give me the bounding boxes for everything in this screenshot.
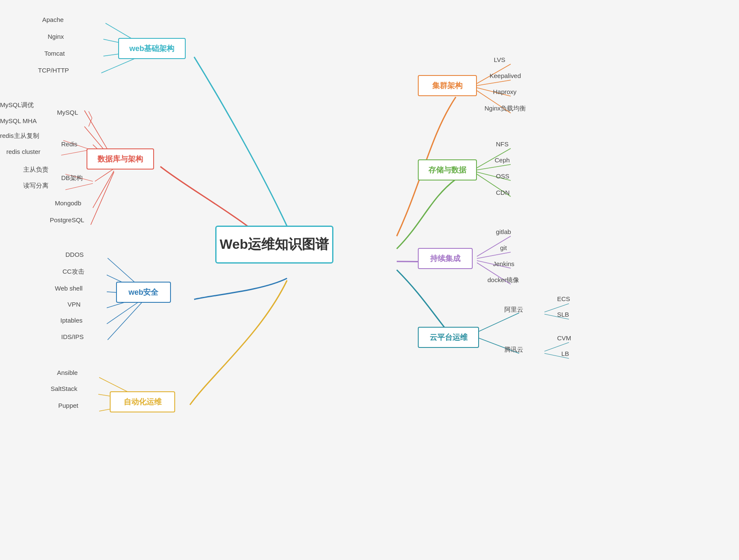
branch-storage: 存储与数据 bbox=[418, 159, 477, 180]
svg-line-14 bbox=[93, 171, 114, 208]
leaf-ceph: Ceph bbox=[495, 156, 510, 164]
leaf-tcp-http: TCP/HTTP bbox=[38, 67, 69, 74]
svg-line-15 bbox=[91, 172, 114, 225]
leaf-ansible: Ansible bbox=[57, 369, 78, 376]
leaf-iptables: Iptables bbox=[60, 317, 83, 324]
branch-web-sec: web安全 bbox=[116, 282, 171, 303]
svg-line-39 bbox=[108, 301, 143, 340]
leaf-redis-sub: Redis bbox=[61, 140, 77, 148]
svg-line-13 bbox=[65, 183, 93, 190]
branch-web-infra: web基础架构 bbox=[118, 38, 186, 59]
leaf-mysql-sub: MySQL bbox=[57, 109, 78, 116]
leaf-puppet: Puppet bbox=[58, 402, 79, 409]
leaf-saltstack: SaltStack bbox=[51, 385, 77, 392]
leaf-ddos: DDOS bbox=[65, 251, 84, 258]
leaf-vpn: VPN bbox=[68, 301, 81, 308]
leaf-db-arch-sub: DB架构 bbox=[61, 174, 83, 182]
leaf-aliyun-sub: 阿里云 bbox=[504, 306, 523, 314]
leaf-master-slave: 主从负责 bbox=[23, 166, 49, 174]
leaf-cdn: CDN bbox=[496, 189, 510, 196]
leaf-mysql-mha: MySQL MHA bbox=[0, 117, 37, 124]
leaf-tencent-sub: 腾讯云 bbox=[504, 346, 523, 354]
leaf-lvs: LVS bbox=[494, 56, 505, 63]
leaf-ids-ips: IDS/IPS bbox=[61, 333, 84, 340]
leaf-haproxy: Haproxy bbox=[493, 88, 517, 95]
svg-line-25 bbox=[477, 252, 511, 258]
leaf-lb: LB bbox=[561, 350, 569, 357]
leaf-nginx: Nginx bbox=[48, 33, 64, 40]
leaf-read-write: 读写分离 bbox=[23, 182, 49, 190]
svg-line-28 bbox=[477, 313, 519, 332]
leaf-keepalived: Keepalived bbox=[490, 72, 521, 79]
leaf-mongodb: Mongodb bbox=[55, 199, 81, 207]
leaf-redis-cluster: redis cluster bbox=[6, 148, 41, 155]
leaf-oss: OSS bbox=[496, 172, 509, 180]
leaf-redis-replication: redis主从复制 bbox=[0, 132, 39, 140]
branch-db-arch: 数据库与架构 bbox=[87, 148, 154, 170]
leaf-nginx-lb: Nginx负载均衡 bbox=[485, 105, 526, 113]
leaf-jenkins: Jenkins bbox=[493, 260, 514, 267]
leaf-cc: CC攻击 bbox=[62, 268, 84, 276]
svg-line-7 bbox=[89, 118, 92, 127]
leaf-mysql-tuning: MySQL调优 bbox=[0, 101, 34, 109]
branch-cloud: 云平台运维 bbox=[418, 327, 479, 348]
leaf-gitlab: gitlab bbox=[496, 228, 511, 235]
center-label: Web运维知识图谱 bbox=[220, 235, 329, 254]
svg-line-6 bbox=[89, 111, 92, 118]
leaf-docker: docker镜像 bbox=[487, 276, 519, 284]
leaf-webshell: Web shell bbox=[55, 285, 83, 292]
svg-line-21 bbox=[477, 164, 511, 170]
connections-svg bbox=[0, 0, 739, 560]
branch-auto-ops: 自动化运维 bbox=[110, 391, 175, 412]
svg-line-11 bbox=[95, 169, 114, 181]
leaf-cvm: CVM bbox=[557, 334, 571, 342]
center-node: Web运维知识图谱 bbox=[215, 226, 333, 264]
mind-map: Web运维知识图谱 web基础架构 Apache Nginx Tomcat TC… bbox=[0, 0, 739, 560]
leaf-git: git bbox=[500, 244, 507, 251]
leaf-apache: Apache bbox=[42, 16, 64, 23]
leaf-nfs: NFS bbox=[496, 140, 509, 148]
leaf-ecs: ECS bbox=[557, 295, 570, 302]
branch-cluster: 集群架构 bbox=[418, 75, 477, 96]
branch-ci: 持续集成 bbox=[418, 248, 473, 269]
svg-line-17 bbox=[477, 80, 511, 86]
leaf-tomcat: Tomcat bbox=[44, 50, 65, 57]
leaf-postgresql: PostgreSQL bbox=[50, 216, 84, 223]
leaf-slb: SLB bbox=[557, 311, 569, 318]
